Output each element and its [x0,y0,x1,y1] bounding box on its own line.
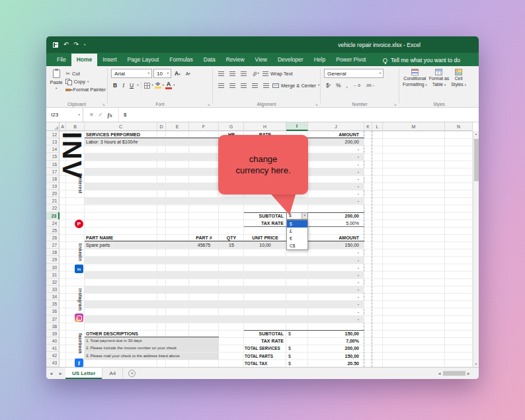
row-header[interactable]: 23 [46,212,60,220]
cell-partname-header[interactable]: PART NAME [85,234,157,241]
row-header[interactable]: 35 [46,300,60,308]
row-header[interactable]: 34 [46,293,60,300]
redo-icon[interactable]: ↷ [74,42,79,48]
row-header[interactable]: 39 [46,330,60,337]
row-header[interactable]: 16 [46,161,60,168]
cell-taxrate-label[interactable]: TAX RATE [244,220,285,227]
cell-amount-header[interactable]: AMOUNT [308,131,362,138]
cell-empty-amount[interactable]: - [308,300,362,308]
row-header[interactable]: 25 [46,227,60,234]
row-header[interactable]: 43 [46,359,60,366]
row-header[interactable]: 13 [46,138,60,146]
cell-empty-amount[interactable]: - [308,293,362,300]
cell-taxrate2-label[interactable]: TAX RATE [244,337,285,345]
ribbon-tab[interactable]: Data [198,54,221,66]
enter-icon[interactable]: ✓ [99,112,103,118]
ribbon-tab[interactable]: Help [309,54,331,66]
scroll-up-icon[interactable]: ▲ [473,131,479,137]
horizontal-scrollbar[interactable]: ◄ ► [437,371,471,376]
row-header[interactable]: 15 [46,153,60,160]
tab-file[interactable]: File [52,54,71,66]
cell-empty-amount[interactable]: - [308,271,362,278]
row-header[interactable]: 20 [46,190,60,197]
name-box[interactable]: I23▾ [46,108,83,122]
ribbon-tab[interactable]: Power Pivot [331,54,371,66]
cell-empty-amount[interactable]: - [308,249,362,256]
tab-home[interactable]: Home [71,54,98,66]
cell-subtotal-value[interactable]: 200,00 [308,212,362,220]
cell-empty-amount[interactable]: - [308,315,362,323]
row-header[interactable]: 27 [46,241,60,249]
cell-empty-amount[interactable]: - [308,264,362,271]
select-all-button[interactable] [46,122,60,131]
currency-dropdown-list[interactable]: $£€C$ [286,220,308,250]
tell-me-box[interactable]: Tell me what you want to do [383,57,460,66]
column-header[interactable]: I [286,122,308,131]
shrink-font-button[interactable]: A▾ [184,69,192,78]
ribbon-tab[interactable]: Review [221,54,250,66]
dialog-launcher-icon[interactable]: ↘ [393,102,397,106]
sheet-tab-a4[interactable]: A4 [102,368,123,379]
row-header[interactable]: 24 [46,220,60,227]
increase-decimal-button[interactable]: ←.0 [351,81,362,90]
accounting-format-button[interactable]: $▾ [324,81,333,90]
cell-totaltax-currency[interactable]: $ [286,360,308,367]
align-bottom-button[interactable] [239,71,249,77]
cell-empty-amount[interactable]: - [308,278,362,286]
scroll-right-icon[interactable]: ► [467,371,471,376]
row-header[interactable]: 19 [46,183,60,190]
cell-amount-header[interactable]: AMOUNT [308,234,362,241]
cell-empty-amount[interactable]: - [308,161,362,168]
cell-empty-amount[interactable]: - [308,168,362,175]
column-header[interactable]: L [372,122,383,131]
row-header[interactable]: 36 [46,308,60,315]
cell-totalparts-label[interactable]: TOTAL PARTS [244,353,286,360]
ribbon-tab[interactable]: Page Layout [122,54,165,66]
row-header[interactable]: 12 [46,131,60,138]
row-header[interactable]: 31 [46,271,60,278]
row-header[interactable]: 30 [46,264,60,271]
font-name-select[interactable]: Arial▾ [111,69,152,78]
paste-button[interactable]: Paste ▾ [50,68,63,99]
cell-totaltax-value[interactable]: 20.50 [308,360,362,367]
cell-part-num[interactable]: 45675 [189,241,219,249]
cell-subtotal2-currency[interactable]: $ [286,330,308,337]
align-center-button[interactable] [227,83,237,89]
cell-part-qty[interactable]: 15 [219,241,244,249]
scroll-left-icon[interactable]: ◄ [437,371,441,376]
column-header[interactable]: D [157,122,166,131]
column-header[interactable]: N [445,122,473,131]
cell-empty-amount[interactable]: - [308,197,362,204]
cut-button[interactable]: ✂Cut [65,71,106,77]
column-header[interactable]: K [364,122,372,131]
cell-part-amount[interactable]: 150,00 [308,241,362,249]
ribbon-tab[interactable]: Developer [272,54,309,66]
column-header[interactable]: B [66,122,85,131]
row-header[interactable]: 26 [46,234,60,241]
cell-subtotal-label[interactable]: SUBTOTAL [244,212,285,220]
cell-taxrate-value[interactable]: 5,00% [308,220,362,227]
scroll-down-icon[interactable]: ▼ [473,361,479,367]
row-header[interactable]: 18 [46,175,60,183]
grow-font-button[interactable]: A▴ [173,69,182,78]
cell-empty-amount[interactable]: - [308,257,362,264]
cell-empty-amount[interactable]: - [308,183,362,190]
dialog-launcher-icon[interactable]: ↘ [315,102,318,106]
cell-partnum-header[interactable]: PART # [189,234,219,241]
column-header[interactable]: E [166,122,189,131]
cell-totalparts-value[interactable]: 150,00 [308,353,362,360]
cell-empty-amount[interactable]: - [308,153,362,160]
dropdown-option[interactable]: £ [287,228,307,235]
qat-menu-button[interactable]: ▾ [84,43,85,47]
cell-empty-amount[interactable]: - [308,146,362,153]
row-header[interactable]: 22 [46,204,60,212]
cell-styles-button[interactable]: Cell Styles ▾ [451,69,466,99]
cell-note[interactable]: 1. Total payment due in 30 days [85,337,219,345]
cell-taxrate2-value[interactable]: 7,00% [308,337,362,345]
column-header[interactable]: C [85,122,157,131]
insert-function-icon[interactable]: fx [107,112,112,118]
formula-input[interactable]: $ [119,108,479,122]
row-header[interactable]: 37 [46,315,60,323]
increase-indent-button[interactable] [261,83,271,89]
format-painter-button[interactable]: Format Painter [65,87,106,93]
